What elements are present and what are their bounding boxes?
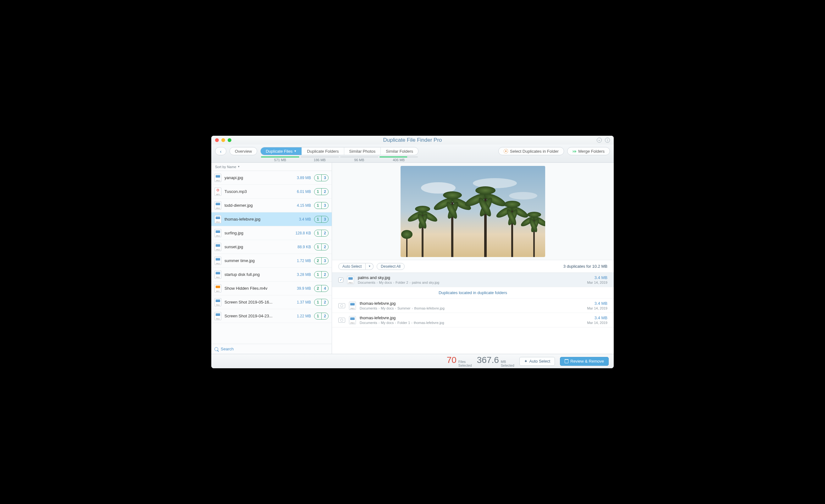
tab-size-label: 406 MB [393, 158, 405, 162]
file-list[interactable]: yanapi.jpg3.89 MB13Tuscon.mp36.01 MB12to… [211, 171, 332, 344]
wand-icon [524, 359, 528, 363]
file-name: summer time.jpg [224, 258, 288, 263]
file-icon [214, 298, 221, 306]
file-name: surfing.jpg [224, 231, 288, 235]
file-icon [347, 276, 354, 284]
camera-icon[interactable] [338, 318, 345, 323]
file-icon [214, 188, 221, 196]
merge-folders-button[interactable]: ›»Merge Folders [567, 147, 610, 155]
duplicate-count-badge: 12 [314, 313, 328, 320]
search-icon [214, 347, 218, 351]
duplicate-date: Mar 14, 2019 [587, 321, 607, 325]
file-size: 128.8 KB [291, 231, 311, 235]
duplicate-size: 3.4 MB [587, 301, 607, 306]
file-row[interactable]: yanapi.jpg3.89 MB13 [211, 171, 332, 185]
duplicate-item[interactable]: thomas-lefebvre.jpgDocuments›My docs›Sum… [332, 299, 614, 313]
sort-dropdown[interactable]: Sort by Name▼ [211, 163, 332, 171]
trash-icon [565, 359, 569, 363]
file-name: startup disk full.png [224, 272, 288, 277]
files-selected-stat: 70 FilesSelected [447, 355, 472, 367]
file-row[interactable]: summer time.jpg1.72 MB23 [211, 254, 332, 268]
preview-image [400, 166, 545, 257]
duplicate-count-badge: 12 [314, 244, 328, 250]
tab-size-label: 96 MB [354, 158, 364, 162]
chevron-down-icon: ▼ [368, 265, 371, 268]
duplicate-count-badge: 12 [314, 271, 328, 278]
preview-area [332, 163, 614, 260]
file-name: thomas-lefebvre.jpg [224, 217, 288, 222]
duplicate-summary: 3 duplicates for 10.2 MB [564, 264, 607, 269]
tab-duplicate-files[interactable]: Duplicate Files▼ [260, 147, 302, 155]
file-row[interactable]: Tuscon.mp36.01 MB12 [211, 185, 332, 198]
duplicate-path: Documents›My docs›Folder 2›palms and sky… [358, 280, 583, 284]
duplicate-list: ✓palms and sky.jpgDocuments›My docs›Fold… [332, 273, 614, 354]
file-size: 3.4 MB [291, 217, 311, 222]
merge-icon: ›» [573, 149, 576, 154]
app-window: Duplicate File Finder Pro ⌁ i ‹ Overview… [211, 136, 614, 368]
tab-similar-photos[interactable]: Similar Photos [344, 147, 381, 155]
file-row[interactable]: sunset.jpg88.9 KB12 [211, 240, 332, 254]
file-row[interactable]: startup disk full.png3.28 MB12 [211, 268, 332, 281]
svg-point-3 [509, 192, 537, 199]
auto-select-button[interactable]: Auto Select [338, 263, 366, 270]
sidebar: Sort by Name▼ yanapi.jpg3.89 MB13Tuscon.… [211, 163, 332, 354]
svg-point-35 [401, 230, 412, 239]
duplicate-path: Documents›My docs›Summer›thomas-lefebvre… [360, 306, 583, 310]
svg-point-31 [527, 212, 541, 218]
file-icon [349, 316, 356, 324]
file-row[interactable]: Screen Shot 2019-04-23...1.22 MB12 [211, 309, 332, 323]
file-size: 3.89 MB [291, 176, 311, 180]
titlebar: Duplicate File Finder Pro ⌁ i [211, 136, 614, 145]
duplicate-count-badge: 24 [314, 285, 328, 292]
duplicate-count-badge: 12 [314, 230, 328, 237]
tab-size-label: 186 MB [314, 158, 326, 162]
file-icon [349, 302, 356, 310]
file-row[interactable]: Screen Shot 2019-05-16...1.37 MB12 [211, 296, 332, 309]
file-size: 1.72 MB [291, 259, 311, 263]
chevron-down-icon: ▼ [294, 150, 297, 153]
duplicate-path: Documents›My docs›Folder 1›thomas-lefebv… [360, 321, 583, 325]
deselect-all-button[interactable]: Deselect All [377, 263, 405, 270]
duplicate-size: 3.4 MB [587, 316, 607, 320]
select-duplicates-button[interactable]: Select Duplicates in Folder [498, 147, 564, 155]
auto-select-dropdown[interactable]: ▼ [366, 263, 374, 270]
file-icon [214, 312, 221, 320]
file-name: Tuscon.mp3 [224, 189, 288, 194]
size-selected-stat: 367.6 MBSelected [477, 355, 514, 367]
tab-size-label: 571 MB [274, 158, 286, 162]
duplicate-item[interactable]: thomas-lefebvre.jpgDocuments›My docs›Fol… [332, 313, 614, 327]
file-row[interactable]: todd-diemer.jpg4.15 MB13 [211, 198, 332, 213]
file-name: Show Hidden Files.m4v [224, 286, 288, 290]
review-remove-button[interactable]: Review & Remove [560, 357, 609, 366]
search-input[interactable]: Search [211, 344, 332, 354]
duplicate-date: Mar 14, 2019 [587, 306, 607, 310]
file-size: 88.9 KB [291, 245, 311, 249]
back-button[interactable]: ‹ [215, 147, 226, 155]
file-row[interactable]: thomas-lefebvre.jpg3.4 MB13 [211, 213, 332, 226]
overview-button[interactable]: Overview [229, 147, 257, 155]
checkbox[interactable]: ✓ [338, 277, 343, 282]
duplicate-count-badge: 13 [314, 174, 328, 181]
file-icon [214, 243, 221, 251]
svg-point-13 [443, 191, 462, 199]
file-size: 1.37 MB [291, 300, 311, 305]
duplicate-size: 3.4 MB [587, 275, 607, 280]
tab-duplicate-folders[interactable]: Duplicate Folders [302, 147, 344, 155]
duplicate-count-badge: 12 [314, 299, 328, 306]
file-name: todd-diemer.jpg [224, 203, 288, 208]
tab-similar-folders[interactable]: Similar Folders [380, 147, 418, 155]
footer-auto-select-button[interactable]: Auto Select [519, 357, 555, 366]
duplicate-count-badge: 23 [314, 257, 328, 264]
duplicate-date: Mar 14, 2019 [587, 280, 607, 284]
view-tabs: Duplicate Files▼Duplicate FoldersSimilar… [260, 147, 419, 155]
duplicate-item[interactable]: ✓palms and sky.jpgDocuments›My docs›Fold… [332, 273, 614, 287]
file-size: 39.9 MB [291, 286, 311, 290]
file-size: 3.28 MB [291, 272, 311, 277]
camera-icon[interactable] [338, 303, 345, 308]
file-row[interactable]: Show Hidden Files.m4v39.9 MB24 [211, 281, 332, 296]
file-row[interactable]: surfing.jpg128.8 KB12 [211, 226, 332, 240]
file-size: 6.01 MB [291, 189, 311, 194]
svg-point-7 [415, 206, 430, 212]
file-name: sunset.jpg [224, 244, 288, 249]
file-icon [214, 284, 221, 292]
